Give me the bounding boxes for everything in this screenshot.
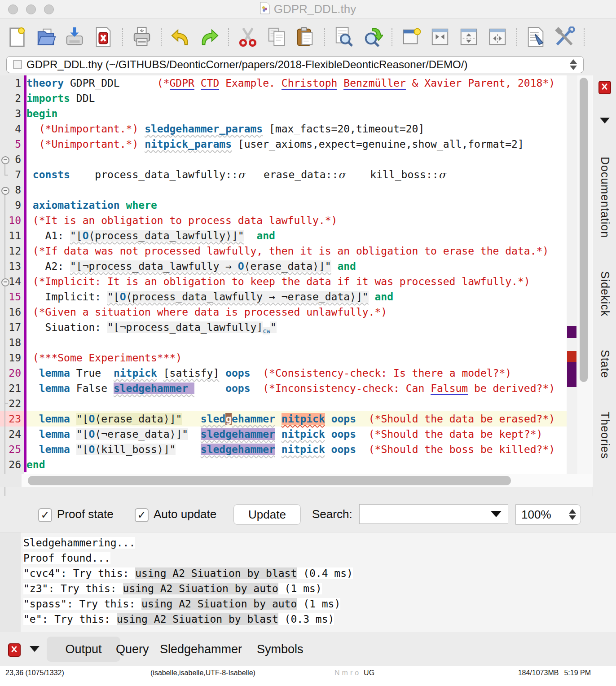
close-file-button[interactable] [92,25,115,48]
code-line[interactable]: A2: "⌊¬process_data_lawfully → O⟨erase_d… [26,259,567,274]
code-line[interactable] [26,152,567,167]
document-structure-button[interactable] [524,25,548,48]
global-options-button[interactable] [553,25,576,48]
code-line[interactable]: end [26,457,567,472]
new-view-button[interactable] [400,25,423,48]
gutter-line-number: 13 [0,259,24,274]
clock: 5:19 PM [564,669,591,677]
find-next-button[interactable] [361,25,384,48]
memory-indicator[interactable]: 184/1073MB [518,669,559,677]
code-line[interactable]: lemma True nitpick [satisfy] oops (*Cons… [26,365,567,381]
code-line[interactable]: Implicit: "⌊O⟨process_data_lawfully → ¬e… [26,289,567,304]
output-dock-menu-icon[interactable] [30,646,40,652]
code-line[interactable]: (*Given a situation where data is proces… [26,304,567,320]
split-vertical-button[interactable] [486,25,509,48]
code-line[interactable]: (***Some Experiments***) [26,350,567,365]
buffer-switcher-arrows-icon[interactable] [570,59,577,70]
output-panel: Sledgehammering...Proof found..."cvc4": … [0,532,616,633]
dock-tab-sidekick[interactable]: Sidekick [598,271,612,317]
code-line[interactable]: (*Implicit: It is an obligation to keep … [26,274,567,289]
new-file-button[interactable] [5,25,29,48]
dock-tab-theories[interactable]: Theories [598,412,612,459]
gutter-line-number: 18 [0,335,24,350]
toolbar [0,18,616,55]
code-line[interactable]: lemma "⌊O⟨¬erase_data⟩⌋" sledgehammer ni… [26,427,567,442]
gutter-line-number: 8 [0,182,24,198]
overview-marker[interactable] [567,351,576,362]
unsplit-button[interactable] [428,25,452,48]
code-line[interactable]: lemma "⌊O⟨kill_boss⟩⌋" sledgehammer nitp… [26,442,567,457]
update-button[interactable]: Update [233,504,301,525]
zoom-value: 100% [516,508,569,522]
cut-button[interactable] [236,25,260,48]
paste-button[interactable] [294,25,317,48]
close-dock-icon[interactable] [598,81,611,94]
zoom-spinner-arrows-icon[interactable] [569,509,576,520]
gutter-line-number: 6 [0,152,24,167]
split-horizontal-button[interactable] [457,25,480,48]
code-line[interactable]: A1: "⌊O⟨process_data_lawfully⟩⌋" and [26,228,567,243]
find-button[interactable] [332,25,356,48]
code-line[interactable]: (*If data was not processed lawfully, th… [26,243,567,259]
code-line[interactable] [26,182,567,198]
copy-button[interactable] [265,25,288,48]
output-line: "cvc4": Try this: using A2 Siuation by b… [21,566,616,581]
open-file-button[interactable] [34,25,57,48]
zoom-spinner[interactable]: 100% [515,504,581,525]
code-line[interactable]: begin [26,106,567,121]
text-editor[interactable]: 1234567891011121314151617181920212223242… [0,75,616,487]
code-line[interactable]: axiomatization where [26,198,567,213]
horizontal-scrollbar-thumb[interactable] [28,476,511,485]
dock-menu-icon[interactable] [600,118,610,123]
code-line[interactable]: theory GDPR_DDL (*GDPR CTD Example. Chri… [26,75,567,91]
buffer-status-icon [13,60,22,69]
tab-query[interactable]: Query [107,637,158,662]
undo-button[interactable] [169,25,192,48]
title-bar: GDPR_DDL.thy [0,0,616,18]
code-line[interactable]: (*Unimportant.*) sledgehammer_params [ma… [26,121,567,136]
redo-button[interactable] [198,25,221,48]
code-line[interactable]: imports DDL [26,91,567,106]
code-line[interactable]: (*Unimportant.*) nitpick_params [user_ax… [26,136,567,152]
close-output-dock-icon[interactable] [8,643,21,657]
code-line[interactable]: consts process_data_lawfully::σ erase_da… [26,167,567,182]
save-file-button[interactable] [63,25,86,48]
editor-gutter[interactable]: 1234567891011121314151617181920212223242… [0,75,24,474]
gutter-line-number: 26 [0,457,24,472]
search-combobox[interactable] [359,504,508,524]
overview-error-strip[interactable] [567,75,577,474]
sendback-proof-text[interactable]: using A2 Siuation by auto [141,598,297,610]
tab-symbols[interactable]: Symbols [248,637,312,662]
auto-update-checkbox[interactable]: ✓ [135,508,149,522]
buffer-switcher[interactable]: GDPR_DDL.thy (~/GITHUBS/DeonticCorner/pa… [6,56,584,73]
overview-marker[interactable] [567,362,576,387]
code-area[interactable]: theory GDPR_DDL (*GDPR CTD Example. Chri… [26,75,567,472]
vertical-scrollbar[interactable] [577,75,592,474]
tab-sledgehammer[interactable]: Sledgehammer [151,637,251,662]
dock-tab-state[interactable]: State [598,350,612,378]
code-line[interactable]: lemma "⌊O⟨erase_data⟩⌋" sledgehammer nit… [26,411,567,427]
sendback-proof-text[interactable]: using A2 Siuation by blast [135,567,297,579]
combo-dropdown-icon[interactable] [491,511,502,517]
gutter-line-number: 7 [0,167,24,182]
code-line[interactable]: (*It is an obligation to process data la… [26,213,567,228]
horizontal-scrollbar[interactable] [22,474,592,487]
output-line: Sledgehammering... [21,535,616,550]
vertical-scrollbar-thumb[interactable] [580,78,588,382]
gutter-line-number: 5 [0,136,24,152]
sendback-proof-text[interactable]: using A2 Siuation by auto [123,583,278,594]
code-line[interactable]: lemma False sledgehammer oops (*Inconsis… [26,381,567,396]
dock-tab-documentation[interactable]: Documentation [598,157,612,238]
proof-state-checkbox[interactable]: ✓ [38,508,52,522]
code-line[interactable] [26,335,567,350]
edit-mode-flags: NmroUG [334,669,374,677]
gutter-line-number: 19 [0,350,24,365]
print-button[interactable] [130,25,154,48]
code-line[interactable] [26,396,567,411]
sendback-proof-text[interactable]: using A2 Siuation by blast [117,613,278,625]
code-line[interactable]: Siuation: "⌊¬process_data_lawfully⌋cw" [26,320,567,335]
overview-marker[interactable] [567,326,576,338]
output-line: Proof found... [21,550,616,566]
caret-position: 23,36 (1075/1332) [5,669,64,677]
output-lines: Sledgehammering...Proof found..."cvc4": … [21,535,616,627]
